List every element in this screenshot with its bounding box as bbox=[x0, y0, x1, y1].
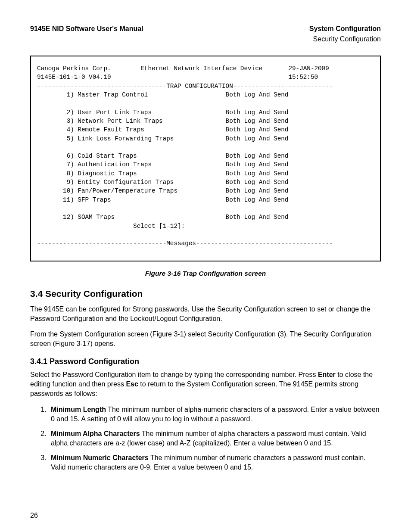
key-enter: Enter bbox=[318, 371, 336, 378]
list-item-bold: Minimum Numeric Characters bbox=[51, 454, 149, 461]
subsection-heading: 3.4.1 Password Configuration bbox=[30, 356, 381, 367]
header-right-block: System Configuration Security Configurat… bbox=[309, 24, 381, 44]
figure-caption: Figure 3-16 Trap Configuration screen bbox=[30, 269, 381, 278]
header-left: 9145E NID Software User's Manual bbox=[30, 24, 143, 34]
paragraph-3: Select the Password Configuration item t… bbox=[30, 370, 381, 398]
password-rules-list: Minimum Length The minimum number of alp… bbox=[48, 405, 381, 472]
list-item: Minimum Length The minimum number of alp… bbox=[48, 405, 381, 424]
terminal-screen: Canoga Perkins Corp. Ethernet Network In… bbox=[30, 56, 381, 261]
paragraph-1: The 9145E can be configured for Strong p… bbox=[30, 305, 381, 324]
page-header: 9145E NID Software User's Manual System … bbox=[30, 24, 381, 44]
list-item: Minimum Numeric Characters The minimum n… bbox=[48, 453, 381, 472]
header-right: System Configuration bbox=[309, 24, 381, 34]
list-item-bold: Minimum Length bbox=[51, 406, 106, 413]
p3-pre: Select the Password Configuration item t… bbox=[30, 371, 318, 378]
paragraph-2: From the System Configuration screen (Fi… bbox=[30, 330, 381, 348]
list-item-bold: Minimum Alpha Characters bbox=[51, 430, 140, 437]
page-number: 26 bbox=[30, 511, 381, 520]
key-esc: Esc bbox=[126, 380, 138, 388]
list-item: Minimum Alpha Characters The minimum num… bbox=[48, 429, 381, 448]
header-sub-right: Security Configuration bbox=[309, 34, 381, 44]
section-heading: 3.4 Security Configuration bbox=[30, 288, 381, 300]
